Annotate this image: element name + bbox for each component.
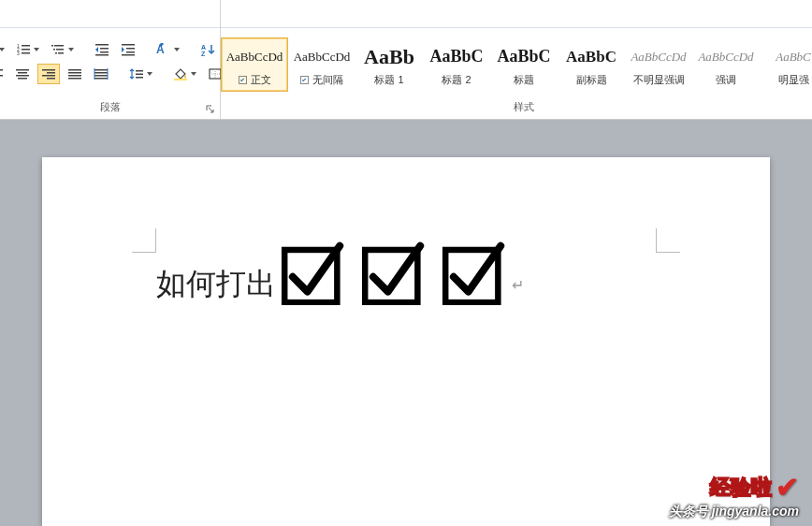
bullets-button[interactable] <box>0 39 8 60</box>
svg-rect-26 <box>122 54 135 56</box>
svg-rect-42 <box>47 78 55 80</box>
style-preview: AaBbC <box>776 43 811 71</box>
style-name-label: 无间隔 <box>300 73 343 87</box>
style-item-8[interactable]: AaBbC明显强 <box>760 37 812 92</box>
svg-rect-33 <box>0 75 3 77</box>
svg-rect-14 <box>53 49 55 51</box>
styles-group-label: 样式 <box>514 100 534 117</box>
svg-rect-40 <box>47 72 55 74</box>
paragraph-group: 123 A AZ <box>0 0 221 119</box>
increase-indent-icon <box>121 43 136 56</box>
align-justify-button[interactable] <box>64 64 86 84</box>
document-area: 如何打出 ↵ <box>0 120 812 526</box>
paragraph-row1: 123 A AZ <box>0 39 243 60</box>
svg-rect-46 <box>68 78 81 80</box>
svg-rect-39 <box>42 69 55 71</box>
paragraph-row2 <box>0 64 235 84</box>
svg-rect-41 <box>42 75 55 77</box>
style-item-4[interactable]: AaBbC标题 <box>490 37 558 92</box>
svg-rect-50 <box>94 78 108 80</box>
style-preview: AaBbCcDd <box>226 43 283 71</box>
svg-rect-15 <box>56 49 64 51</box>
shading-button[interactable] <box>169 64 200 84</box>
checked-box-icon <box>439 238 506 305</box>
align-center-button[interactable] <box>11 64 34 84</box>
svg-rect-51 <box>136 70 143 72</box>
style-name-label: 标题 1 <box>374 73 403 87</box>
style-item-3[interactable]: AaBbC标题 2 <box>423 37 490 92</box>
svg-rect-35 <box>16 69 29 71</box>
line-spacing-button[interactable] <box>125 64 156 84</box>
paint-bucket-icon <box>173 67 188 80</box>
svg-rect-12 <box>51 45 53 47</box>
checkbox-symbols <box>278 238 506 305</box>
style-preview: AaBbC <box>429 43 483 71</box>
svg-rect-37 <box>16 75 29 77</box>
style-name-label: 强调 <box>716 73 736 87</box>
align-distribute-icon <box>94 67 109 80</box>
svg-rect-23 <box>122 44 135 46</box>
document-text: 如何打出 <box>156 264 276 305</box>
paragraph-group-label: 段落 <box>100 100 121 117</box>
align-right-button[interactable] <box>37 64 60 84</box>
align-left-icon <box>0 67 4 80</box>
align-center-icon <box>15 67 30 80</box>
watermark-line2: 头条号 jingyanla.com <box>669 504 799 520</box>
paragraph-dialog-launcher[interactable] <box>204 103 217 116</box>
watermark-line1: 经验啦✔ <box>710 471 799 504</box>
style-item-5[interactable]: AaBbC副标题 <box>558 37 625 92</box>
svg-rect-24 <box>126 48 135 50</box>
style-name-label: 标题 2 <box>442 73 471 87</box>
watermark-check-icon: ✔ <box>776 471 799 504</box>
svg-rect-7 <box>22 45 30 47</box>
asian-layout-button[interactable]: A <box>152 39 183 60</box>
decrease-indent-button[interactable] <box>91 39 113 60</box>
svg-rect-52 <box>136 74 143 76</box>
styles-group: AaBbCcDd正文AaBbCcDd无间隔AaBb标题 1AaBbC标题 2Aa… <box>221 0 812 119</box>
style-item-0[interactable]: AaBbCcDd正文 <box>221 37 288 92</box>
align-distribute-button[interactable] <box>90 64 112 84</box>
svg-rect-53 <box>136 77 143 79</box>
svg-text:Z: Z <box>201 51 206 56</box>
svg-text:3: 3 <box>17 51 20 56</box>
style-preview: AaBbC <box>497 43 550 71</box>
svg-rect-45 <box>68 75 81 77</box>
watermark: 经验啦✔ 头条号 jingyanla.com <box>669 471 799 520</box>
multilevel-icon <box>51 43 65 56</box>
increase-indent-button[interactable] <box>117 39 139 60</box>
asian-layout-icon: A <box>156 43 171 56</box>
styles-gallery: AaBbCcDd正文AaBbCcDd无间隔AaBb标题 1AaBbC标题 2Aa… <box>221 37 812 92</box>
style-preview: AaBbCcDd <box>698 43 753 71</box>
svg-rect-19 <box>100 48 109 50</box>
page[interactable]: 如何打出 ↵ <box>42 157 770 526</box>
style-item-2[interactable]: AaBb标题 1 <box>355 37 423 92</box>
svg-rect-20 <box>100 51 109 53</box>
svg-rect-44 <box>68 72 81 74</box>
style-item-6[interactable]: AaBbCcDd不明显强调 <box>625 37 692 92</box>
svg-rect-31 <box>0 69 3 71</box>
style-name-label: 明显强 <box>778 73 809 87</box>
svg-rect-17 <box>58 52 64 54</box>
style-name-label: 正文 <box>239 73 271 87</box>
svg-rect-48 <box>94 72 108 74</box>
sort-icon: AZ <box>200 43 215 56</box>
style-item-1[interactable]: AaBbCcDd无间隔 <box>288 37 355 92</box>
multilevel-list-button[interactable] <box>47 39 78 60</box>
margin-corner-tl <box>132 228 156 253</box>
align-right-icon <box>41 67 56 80</box>
style-item-7[interactable]: AaBbCcDd强调 <box>692 37 760 92</box>
style-preview: AaBb <box>364 43 414 71</box>
numbering-button[interactable]: 123 <box>12 39 43 60</box>
style-name-label: 标题 <box>514 73 534 87</box>
align-justify-icon <box>67 67 82 80</box>
checked-box-icon <box>358 238 426 305</box>
svg-rect-54 <box>174 79 187 80</box>
svg-rect-38 <box>18 78 27 80</box>
align-left-button[interactable] <box>0 64 7 84</box>
sort-button[interactable]: AZ <box>196 39 219 60</box>
checked-box-icon <box>278 238 345 305</box>
svg-rect-11 <box>22 52 30 54</box>
svg-rect-9 <box>22 49 30 51</box>
document-content[interactable]: 如何打出 ↵ <box>156 238 656 305</box>
svg-marker-27 <box>122 47 124 52</box>
